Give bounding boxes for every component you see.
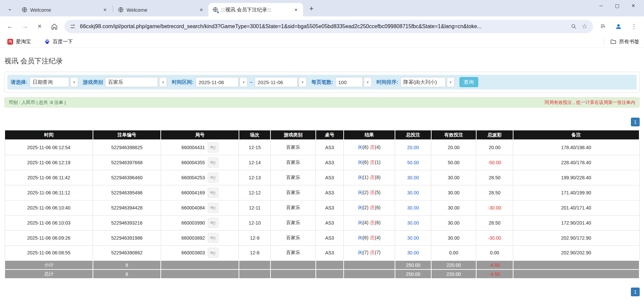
video-replay-button[interactable] [208,158,218,168]
tab-close-button[interactable]: ✕ [292,6,300,13]
page-1-button[interactable]: 1 [631,118,640,126]
tab-welcome-1[interactable]: Welcome ✕ [17,3,112,16]
subtotal-payout: -4.50 [476,260,513,269]
video-replay-button[interactable] [208,233,218,243]
address-bar[interactable]: 66cxkj98.com/ipl/portal.php/game/betreco… [64,20,593,33]
player-score: (7) [363,250,368,255]
bookmark-label: 百度一下 [53,39,73,45]
cell-total-bet[interactable]: 30.00 [395,230,431,245]
page-1-button[interactable]: 1 [631,288,640,296]
date-to-select[interactable]: 2025-11-06 ▾ [255,77,307,87]
cell-game-type: 百家乐 [270,245,315,260]
chevron-down-icon[interactable]: ▾ [299,77,307,87]
cell-game-type: 百家乐 [270,155,315,170]
cell-valid-bet: 30.00 [431,185,476,200]
search-button[interactable]: 查询 [459,77,478,87]
date-from-select[interactable]: 2025-11-06 ▾ [196,77,248,87]
url-text[interactable]: 66cxkj98.com/ipl/portal.php/game/betreco… [80,23,567,29]
query-type-select[interactable]: 日期查询 ▾ [30,77,78,87]
profile-avatar[interactable] [612,20,625,33]
cell-total-bet[interactable]: 30.00 [395,200,431,215]
sort-select[interactable]: 降幂(由大到小) ▾ [400,77,455,87]
video-replay-button[interactable] [208,248,218,258]
video-replay-button[interactable] [208,218,218,228]
tab-close-button[interactable]: ✕ [101,6,109,13]
total-valid-bet: 220.00 [431,269,476,279]
player-score: (4) [363,220,368,225]
media-controls-icon[interactable] [596,20,610,33]
cell-note: 201.40/171.40 [513,200,639,215]
cell-result: 闲(1)庄(8) [344,170,395,185]
tab-betrecord-active[interactable]: :::视讯 会员下注纪录::: ✕ [208,3,303,16]
banker-score: (5) [375,190,381,195]
chevron-down-icon[interactable]: ▾ [364,77,372,87]
player-result: 闲 [358,205,363,210]
page-size-select[interactable]: 100 ▾ [335,77,372,87]
game-type-select[interactable]: 百家乐 ▾ [105,77,167,87]
window-controls: ─ ▢ ✕ [593,0,641,11]
bookmark-taobao[interactable]: 淘 爱淘宝 [5,37,34,46]
window-minimize-button[interactable]: ─ [593,0,609,11]
window-close-button[interactable]: ✕ [625,0,641,11]
tab-title: Welcome [127,7,195,13]
new-tab-button[interactable]: + [306,3,317,14]
tab-search-button[interactable]: ⌄ [4,3,15,14]
bookmark-baidu[interactable]: 百度一下 [42,37,76,46]
home-button[interactable] [48,20,61,33]
video-replay-button[interactable] [208,188,218,198]
video-replay-button[interactable] [208,173,218,183]
filter-panel: 请选择: 日期查询 ▾ 游戏类别 百家乐 ▾ 时间区间: 2025-11-06 … [4,72,640,93]
cell-bet-id: 522946394428 [93,200,161,215]
tab-close-button[interactable]: ✕ [198,6,205,13]
cell-time: 2025-11-06 06:08:55 [5,245,93,260]
chevron-down-icon[interactable]: ▾ [240,77,248,87]
browser-menu-button[interactable]: ⋮ [627,20,641,33]
toolbar-right-icons: ⋮ [596,20,641,33]
cell-total-bet[interactable]: 20.00 [395,140,431,155]
cell-total-bet[interactable]: 30.00 [395,245,431,260]
cell-session: 12-10 [239,215,271,230]
filter-bar: 请选择: 日期查询 ▾ 游戏类别 百家乐 ▾ 时间区间: 2025-11-06 … [7,75,637,89]
subtotal-label: 小计 [5,260,93,269]
zoom-icon[interactable] [570,23,578,30]
cell-note: 199.90/228.40 [513,170,639,185]
stop-loading-button[interactable]: ✕ [33,20,46,33]
cell-total-bet[interactable]: 30.00 [395,185,431,200]
forward-button[interactable]: → [18,20,32,33]
video-camera-icon [210,174,216,181]
total-label: 总计 [5,269,93,279]
cell-total-bet[interactable]: 30.00 [395,170,431,185]
baidu-paw-icon [44,39,50,45]
banker-score: (8) [375,175,381,180]
window-maximize-button[interactable]: ▢ [609,0,625,11]
game-type-label: 游戏类别 [83,79,103,85]
cell-game-type: 百家乐 [270,200,315,215]
video-replay-button[interactable] [208,142,218,152]
page-title: 视讯 会员下注纪录 [4,56,640,66]
cell-valid-bet: 30.00 [431,215,476,230]
cell-payout: 20.00 [476,140,513,155]
cell-result: 闲(2)庄(5) [344,185,395,200]
cell-total-bet[interactable]: 30.00 [395,215,431,230]
video-replay-button[interactable] [208,203,218,213]
cell-total-bet[interactable]: 50.00 [395,155,431,170]
round-number: 660003803 [181,250,205,255]
round-number: 660004253 [181,175,205,180]
table-row: 2025-11-06 06:12:19 522946397668 6600043… [5,155,639,170]
game-type-value: 百家乐 [105,77,158,87]
bookmark-star-icon[interactable]: ☆ [581,23,588,30]
tab-welcome-2[interactable]: Welcome ✕ [114,3,208,16]
chevron-down-icon[interactable]: ▾ [70,77,78,87]
col-game-type: 游戏类别 [270,130,315,140]
video-camera-icon [210,220,216,226]
chevron-down-icon[interactable]: ▾ [159,77,167,87]
person-icon [615,23,622,30]
banker-score: (7) [375,250,381,255]
col-note: 备注 [513,130,639,140]
banker-result: 庄 [370,205,375,210]
back-button[interactable]: ← [3,20,17,33]
chevron-down-icon[interactable]: ▾ [447,77,455,87]
site-info-icon[interactable] [69,23,77,30]
all-bookmarks-label[interactable]: 所有书签 [619,39,639,45]
player-score: (2) [363,205,368,210]
